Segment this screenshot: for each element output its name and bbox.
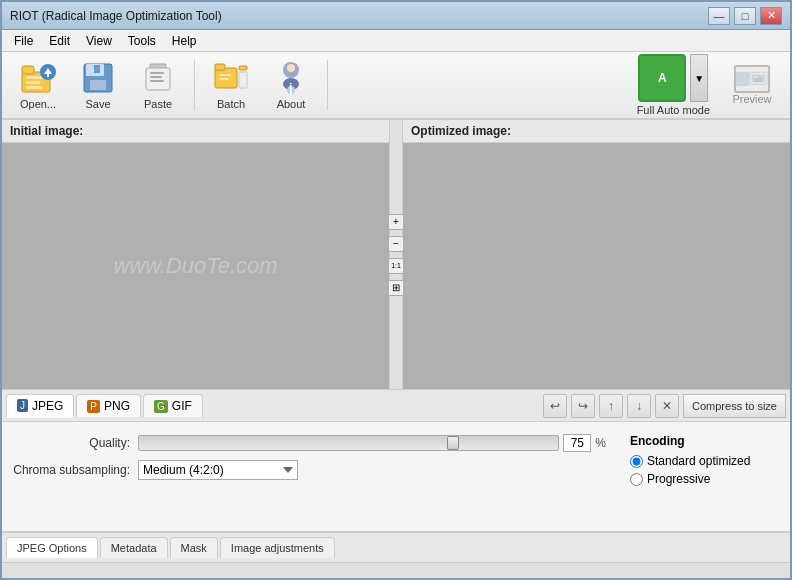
paste-icon	[140, 60, 176, 96]
chroma-subsampling-select[interactable]: None (4:4:4) Low (4:1:1) Medium (4:2:0) …	[138, 460, 298, 480]
about-label: About	[277, 98, 306, 110]
quality-value-input[interactable]	[563, 434, 591, 452]
bottom-tab-bar: JPEG Options Metadata Mask Image adjustm…	[2, 532, 790, 562]
save-button[interactable]: Save	[70, 56, 126, 114]
jpeg-tab-icon: J	[17, 399, 28, 412]
svg-rect-18	[219, 78, 229, 80]
settings-right-panel: Encoding Standard optimized Progressive	[622, 430, 782, 523]
menu-bar: File Edit View Tools Help	[2, 30, 790, 52]
svg-rect-13	[150, 76, 162, 78]
svg-rect-20	[239, 72, 247, 88]
quality-label: Quality:	[10, 436, 130, 450]
paste-label: Paste	[144, 98, 172, 110]
svg-rect-8	[90, 80, 106, 90]
svg-point-22	[287, 64, 295, 72]
menu-help[interactable]: Help	[164, 32, 205, 50]
encoding-progressive-row[interactable]: Progressive	[630, 472, 774, 486]
zoom-fit-button[interactable]: ⊞	[388, 280, 404, 296]
batch-icon	[213, 60, 249, 96]
svg-rect-1	[22, 66, 34, 74]
initial-image-canvas[interactable]: www.DuoTe.com	[2, 143, 389, 389]
svg-rect-16	[215, 64, 225, 70]
chroma-label: Chroma subsampling:	[10, 463, 130, 477]
open-label: Open...	[20, 98, 56, 110]
auto-mode-label: Full Auto mode	[637, 104, 710, 116]
preview-button[interactable]: Preview	[722, 56, 782, 114]
close-button[interactable]: ✕	[760, 7, 782, 25]
settings-area: Quality: % Chroma subsampling: None (4:4…	[2, 422, 790, 532]
about-button[interactable]: i About	[263, 56, 319, 114]
auto-mode-section: A ▼ Full Auto mode	[637, 54, 710, 116]
menu-tools[interactable]: Tools	[120, 32, 164, 50]
title-buttons: — □ ✕	[708, 7, 782, 25]
settings-left-panel: Quality: % Chroma subsampling: None (4:4…	[10, 430, 606, 523]
svg-rect-3	[26, 81, 40, 84]
optimized-image-label: Optimized image:	[403, 120, 790, 143]
encoding-radio-group: Standard optimized Progressive	[630, 454, 774, 486]
svg-rect-9	[94, 65, 100, 73]
encoding-progressive-label: Progressive	[647, 472, 710, 486]
tab-bar-actions: ↩ ↪ ↑ ↓ ✕ Compress to size	[543, 394, 786, 418]
preview-icon	[734, 65, 770, 93]
about-icon: i	[273, 60, 309, 96]
zoom-actual-button[interactable]: 1:1	[388, 258, 404, 274]
minimize-button[interactable]: —	[708, 7, 730, 25]
tab-gif[interactable]: G GIF	[143, 394, 203, 417]
toolbar-separator-1	[194, 60, 195, 110]
redo-button[interactable]: ↪	[571, 394, 595, 418]
menu-edit[interactable]: Edit	[41, 32, 78, 50]
move-up-button[interactable]: ↑	[599, 394, 623, 418]
zoom-in-button[interactable]: +	[388, 214, 404, 230]
svg-rect-17	[219, 74, 231, 76]
encoding-standard-radio[interactable]	[630, 455, 643, 468]
preview-label: Preview	[732, 93, 771, 105]
format-tab-bar: J JPEG P PNG G GIF ↩ ↪ ↑ ↓ ✕ Compress to…	[2, 390, 790, 422]
status-bar	[2, 562, 790, 580]
open-button[interactable]: Open...	[10, 56, 66, 114]
tab-jpeg[interactable]: J JPEG	[6, 394, 74, 418]
image-area: Initial image: www.DuoTe.com + − 1:1 ⊞ O…	[2, 120, 790, 390]
encoding-progressive-radio[interactable]	[630, 473, 643, 486]
quality-percent: %	[595, 436, 606, 450]
svg-rect-12	[150, 72, 164, 74]
zoom-out-button[interactable]: −	[388, 236, 404, 252]
auto-mode-icon: A	[638, 54, 686, 102]
quality-slider-container: %	[138, 434, 606, 452]
initial-image-label: Initial image:	[2, 120, 389, 143]
menu-view[interactable]: View	[78, 32, 120, 50]
tab-metadata[interactable]: Metadata	[100, 537, 168, 558]
delete-button[interactable]: ✕	[655, 394, 679, 418]
tab-png[interactable]: P PNG	[76, 394, 141, 417]
compress-to-size-button[interactable]: Compress to size	[683, 394, 786, 418]
gif-tab-label: GIF	[172, 399, 192, 413]
maximize-button[interactable]: □	[734, 7, 756, 25]
svg-rect-14	[150, 80, 164, 82]
toolbar-separator-2	[327, 60, 328, 110]
open-icon	[20, 60, 56, 96]
window-title: RIOT (Radical Image Optimization Tool)	[10, 9, 222, 23]
tab-jpeg-options[interactable]: JPEG Options	[6, 537, 98, 558]
svg-rect-11	[146, 68, 170, 90]
optimized-image-panel: Optimized image:	[403, 120, 790, 389]
save-icon	[80, 60, 116, 96]
chroma-row: Chroma subsampling: None (4:4:4) Low (4:…	[10, 460, 606, 480]
encoding-standard-row[interactable]: Standard optimized	[630, 454, 774, 468]
quality-slider[interactable]	[138, 435, 559, 451]
undo-button[interactable]: ↩	[543, 394, 567, 418]
svg-rect-4	[26, 86, 42, 89]
quality-row: Quality: %	[10, 434, 606, 452]
auto-mode-button[interactable]: A ▼	[638, 54, 708, 102]
move-down-button[interactable]: ↓	[627, 394, 651, 418]
menu-file[interactable]: File	[6, 32, 41, 50]
encoding-standard-label: Standard optimized	[647, 454, 750, 468]
panel-divider[interactable]: + − 1:1 ⊞	[389, 120, 403, 389]
batch-button[interactable]: Batch	[203, 56, 259, 114]
paste-button[interactable]: Paste	[130, 56, 186, 114]
png-tab-label: PNG	[104, 399, 130, 413]
tab-image-adjustments[interactable]: Image adjustments	[220, 537, 335, 558]
toolbar: Open... Save Paste	[2, 52, 790, 120]
save-label: Save	[85, 98, 110, 110]
optimized-image-canvas[interactable]	[403, 143, 790, 389]
tab-mask[interactable]: Mask	[170, 537, 218, 558]
auto-mode-dropdown[interactable]: ▼	[690, 54, 708, 102]
